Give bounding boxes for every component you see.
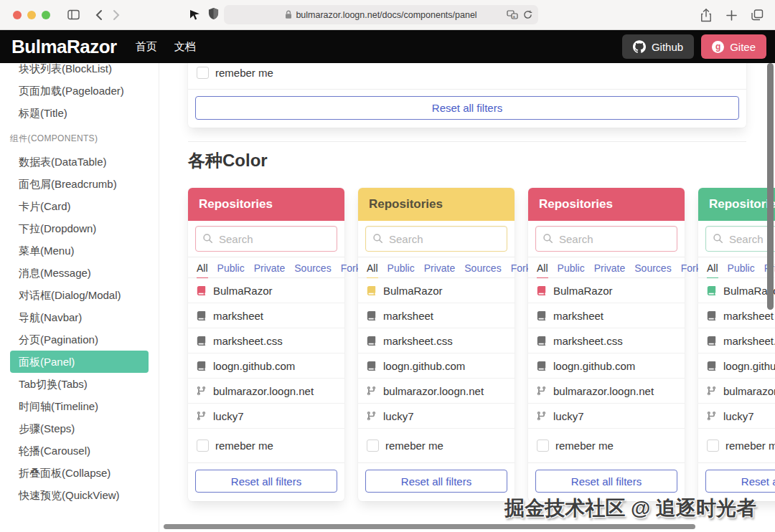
remember-me-row[interactable]: remeber me: [528, 429, 685, 463]
panel-item[interactable]: marksheet.css: [188, 328, 344, 353]
nav-link-home[interactable]: 首页: [136, 40, 157, 54]
panel-item[interactable]: BulmaRazor: [698, 278, 775, 303]
sidebar-item[interactable]: 数据表(DataTable): [0, 151, 159, 173]
remember-me-row[interactable]: remeber me: [698, 429, 775, 463]
close-window-button[interactable]: [13, 11, 22, 19]
sidebar-item[interactable]: Tab切换(Tabs): [0, 373, 159, 395]
panel-item[interactable]: BulmaRazor: [358, 278, 515, 303]
panel-item[interactable]: marksheet.css: [528, 328, 685, 353]
checkbox[interactable]: [707, 440, 719, 452]
sidebar-item[interactable]: 面包屑(Breadcrumb): [0, 173, 159, 195]
panel-tab[interactable]: Private: [594, 262, 626, 277]
tab-overview-icon[interactable]: [751, 9, 764, 21]
panel-tab[interactable]: Public: [728, 262, 755, 277]
panel-title: Repositories: [199, 197, 273, 212]
panel-item[interactable]: lucky7: [698, 404, 775, 429]
panel-tab[interactable]: Sources: [294, 262, 331, 277]
minimize-window-button[interactable]: [27, 11, 36, 19]
sidebar-item[interactable]: 对话框(Dialog/Modal): [0, 284, 159, 306]
panel-item[interactable]: marksheet: [358, 303, 515, 328]
horizontal-scrollbar-thumb[interactable]: [164, 524, 695, 529]
panel-item-label: marksheet: [383, 310, 433, 322]
remember-me-row[interactable]: remeber me: [188, 63, 746, 90]
sidebar-toggle-icon[interactable]: [67, 9, 80, 20]
checkbox[interactable]: [197, 440, 209, 452]
panel-tab[interactable]: All: [367, 262, 378, 278]
sidebar-item[interactable]: 步骤(Steps): [0, 417, 159, 440]
panel-item[interactable]: loogn.github.com: [528, 353, 685, 379]
reset-filters-button[interactable]: Reset all filters: [365, 470, 507, 493]
sidebar-item[interactable]: 卡片(Card): [0, 195, 159, 217]
sidebar-item[interactable]: 分页(Pagination): [0, 328, 159, 351]
panel-item[interactable]: loogn.github.com: [698, 353, 775, 379]
reset-filters-button[interactable]: Reset all filters: [535, 470, 677, 493]
zoom-window-button[interactable]: [42, 11, 50, 19]
panel-item[interactable]: marksheet: [188, 303, 344, 328]
panel-item[interactable]: marksheet: [528, 303, 685, 328]
gitee-button[interactable]: g Gitee: [701, 34, 766, 59]
sidebar-item[interactable]: 轮播(Carousel): [0, 440, 159, 462]
panel-item[interactable]: marksheet.css: [698, 328, 775, 353]
panel-tab[interactable]: All: [197, 262, 208, 278]
new-tab-icon[interactable]: [726, 10, 737, 21]
panel-item[interactable]: BulmaRazor: [188, 278, 344, 303]
panel-item[interactable]: loogn.github.com: [188, 353, 344, 379]
forward-icon[interactable]: [113, 9, 120, 21]
panel-item[interactable]: marksheet.css: [358, 328, 515, 353]
panel-tab[interactable]: Private: [254, 262, 286, 277]
sidebar-item[interactable]: 下拉(Dropdown): [0, 217, 159, 239]
sidebar-item-active[interactable]: 面板(Panel): [10, 351, 149, 373]
panel-item[interactable]: lucky7: [188, 404, 344, 429]
sidebar-item[interactable]: 菜单(Menu): [0, 239, 159, 262]
panel-tab[interactable]: Public: [388, 262, 415, 277]
translate-icon[interactable]: a: [507, 10, 518, 19]
browser-chrome: bulmarazor.loogn.net/docs/components/pan…: [0, 0, 775, 30]
sidebar-item[interactable]: 消息(Message): [0, 262, 159, 284]
reset-filters-button[interactable]: Reset all filters: [195, 470, 337, 493]
nav-link-docs[interactable]: 文档: [174, 40, 196, 54]
reset-filters-button[interactable]: Reset all filters: [705, 470, 775, 493]
panel-item[interactable]: loogn.github.com: [358, 353, 515, 379]
panel-tab[interactable]: Sources: [464, 262, 501, 277]
panel-tab[interactable]: All: [707, 262, 718, 278]
panel-tab[interactable]: Private: [424, 262, 456, 277]
panel-item[interactable]: lucky7: [528, 404, 685, 429]
panel-item[interactable]: bulmarazor.loogn.net: [698, 379, 775, 404]
panel-tab[interactable]: Sources: [634, 262, 671, 277]
reload-icon[interactable]: [523, 10, 532, 19]
github-button[interactable]: Github: [622, 34, 694, 59]
reset-filters-button[interactable]: Reset all filters: [195, 96, 739, 120]
shield-icon[interactable]: [208, 7, 219, 20]
search-input[interactable]: [535, 226, 677, 252]
brand-logo[interactable]: BulmaRazor: [11, 36, 117, 58]
checkbox[interactable]: [197, 67, 209, 79]
panel-item[interactable]: marksheet: [698, 303, 775, 328]
panel-item[interactable]: bulmarazor.loogn.net: [528, 379, 685, 404]
address-bar[interactable]: bulmarazor.loogn.net/docs/components/pan…: [224, 5, 538, 24]
panel-tab[interactable]: Public: [217, 262, 245, 277]
panel-item[interactable]: bulmarazor.loogn.net: [188, 379, 344, 404]
search-input[interactable]: [365, 226, 507, 252]
checkbox[interactable]: [367, 440, 379, 452]
sidebar-item[interactable]: 时间轴(Timeline): [0, 395, 159, 417]
panel-item[interactable]: lucky7: [358, 404, 515, 429]
panel-item[interactable]: BulmaRazor: [528, 278, 685, 303]
sidebar-item[interactable]: 导航(Navbar): [0, 306, 159, 328]
sidebar-item[interactable]: 标题(Title): [0, 102, 159, 124]
sidebar-item[interactable]: 页面加载(Pageloader): [0, 80, 159, 102]
remember-me-row[interactable]: remeber me: [358, 429, 515, 463]
search-input[interactable]: [195, 226, 337, 252]
share-icon[interactable]: [700, 9, 712, 22]
panel-tab[interactable]: Public: [558, 262, 585, 277]
panel-item[interactable]: bulmarazor.loogn.net: [358, 379, 515, 404]
back-icon[interactable]: [95, 9, 103, 21]
panel-tab[interactable]: All: [537, 262, 548, 278]
checkbox[interactable]: [537, 440, 549, 452]
sidebar-item[interactable]: 快速预览(QuickView): [0, 484, 159, 506]
sidebar-item[interactable]: 折叠面板(Collapse): [0, 462, 159, 484]
vertical-scrollbar-thumb[interactable]: [767, 63, 774, 310]
sidebar-item[interactable]: 块状列表(BlockList): [0, 63, 159, 80]
book-icon: [367, 286, 383, 295]
remember-me-row[interactable]: remeber me: [188, 429, 344, 463]
book-icon: [367, 361, 383, 371]
